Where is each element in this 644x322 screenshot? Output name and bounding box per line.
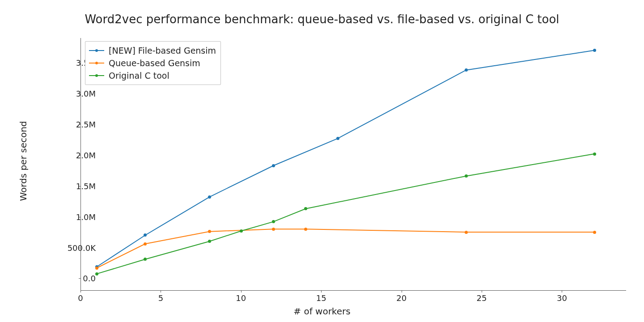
legend-swatch [89,47,104,54]
y-axis-label: Words per second [18,121,29,201]
series-point [95,267,98,270]
series-point [208,240,211,243]
legend-box: [NEW] File-based GensimQueue-based Gensi… [85,41,221,85]
x-tick-label: 30 [553,293,571,303]
series-point [336,137,339,140]
x-tick-mark [321,291,322,292]
series-point [465,68,468,72]
x-tick-label: 25 [473,293,491,303]
x-tick-mark [80,291,81,292]
series-point [465,231,468,234]
x-tick-label: 5 [152,293,169,303]
x-tick-mark [562,291,562,292]
series-point [593,49,596,52]
series-point [144,242,147,246]
x-tick-label: 10 [232,293,250,303]
legend-swatch [89,72,104,79]
x-tick-mark [161,291,161,292]
legend-label: [NEW] File-based Gensim [109,46,216,55]
series-point [272,228,275,231]
series-point [95,272,98,275]
legend-entry: Original C tool [89,69,216,82]
legend-entry: [NEW] File-based Gensim [89,44,216,57]
series-point [272,164,275,167]
series-point [208,195,211,199]
series-line [97,229,594,268]
x-tick-label: 0 [72,293,89,303]
x-tick-mark [241,291,242,292]
chart-title: Word2vec performance benchmark: queue-ba… [0,13,644,26]
legend-label: Original C tool [109,71,169,80]
x-tick-mark [402,291,402,292]
x-tick-label: 15 [312,293,330,303]
series-point [465,174,468,178]
x-axis-label: # of workers [0,306,644,317]
series-point [304,228,307,231]
legend-label: Queue-based Gensim [109,58,200,68]
series-point [593,231,596,234]
series-point [208,230,211,233]
series-point [593,153,596,156]
series-line [97,154,594,274]
x-tick-label: 20 [393,293,411,303]
legend-entry: Queue-based Gensim [89,57,216,69]
x-tick-mark [482,291,482,292]
legend-swatch [89,60,104,66]
chart-stage: Word2vec performance benchmark: queue-ba… [0,0,644,322]
